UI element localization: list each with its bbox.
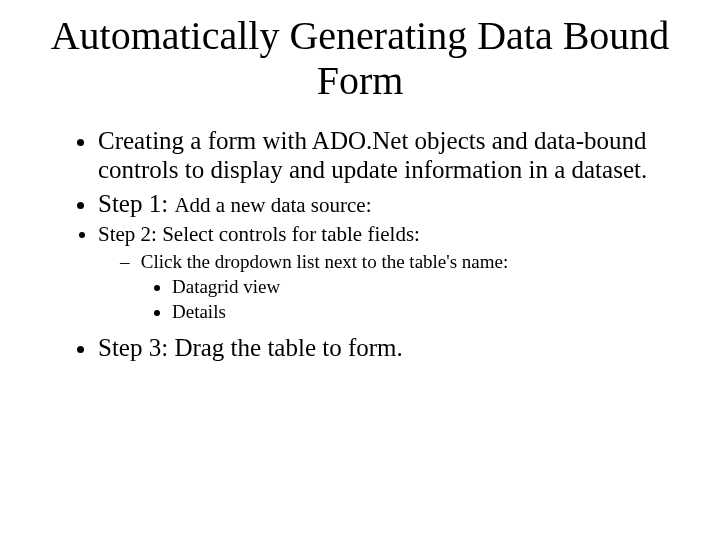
step2-text: Step 2: Select controls for table fields…: [98, 222, 420, 246]
step1-label: Step 1:: [98, 190, 174, 217]
step2-sub-text: Click the dropdown list next to the tabl…: [141, 251, 509, 272]
step2-subsublist: Datagrid view Details: [136, 276, 680, 323]
slide: Automatically Generating Data Bound Form…: [0, 0, 720, 540]
step2-sub: Click the dropdown list next to the tabl…: [136, 251, 680, 323]
bullet-step3: Step 3: Drag the table to form.: [98, 333, 680, 363]
bullet-intro: Creating a form with ADO.Net objects and…: [98, 126, 680, 185]
step2-sub-item-b: Details: [172, 301, 680, 323]
step2-sub-item-a: Datagrid view: [172, 276, 680, 298]
bullet-step2: Step 2: Select controls for table fields…: [98, 222, 680, 323]
bullet-list: Creating a form with ADO.Net objects and…: [40, 126, 680, 363]
step1-text: Add a new data source:: [174, 193, 371, 217]
slide-title: Automatically Generating Data Bound Form: [40, 14, 680, 104]
bullet-step1: Step 1: Add a new data source:: [98, 189, 680, 219]
step2-sublist: Click the dropdown list next to the tabl…: [98, 251, 680, 323]
